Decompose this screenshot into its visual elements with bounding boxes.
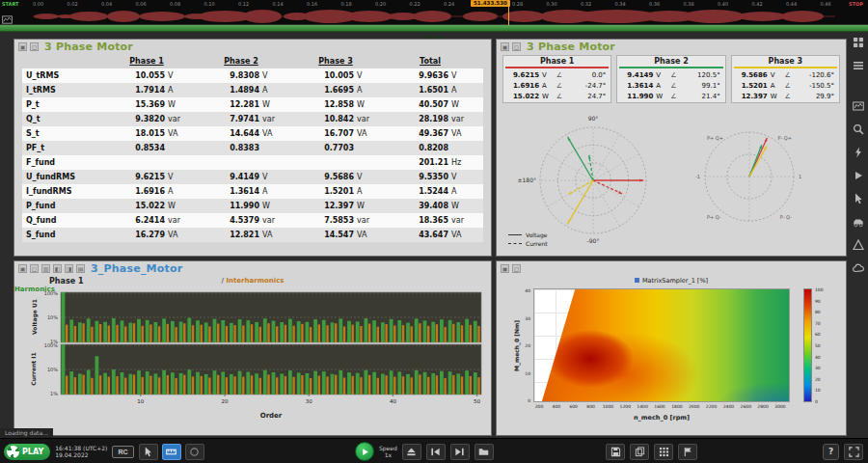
copy-icon[interactable] xyxy=(630,444,649,460)
harmonic-bar xyxy=(87,318,91,342)
panel-cursor-icon[interactable]: ▥ xyxy=(41,264,50,273)
phasor-row: 12.397W∠29.9° xyxy=(732,91,839,101)
table-unit: VA xyxy=(165,231,194,239)
table-value: 7.9741 xyxy=(194,115,259,123)
harmonic-bar xyxy=(154,322,158,342)
harmonic-bar xyxy=(162,318,166,342)
table-value: 1.5244 xyxy=(383,187,448,196)
harmonic-bar xyxy=(230,374,233,395)
harmonic-bar xyxy=(339,370,342,395)
scope-icon[interactable] xyxy=(852,99,865,113)
interharmonic-bar xyxy=(208,378,210,395)
eject-button[interactable] xyxy=(402,444,421,460)
help-button[interactable]: ? xyxy=(823,444,839,460)
panel-pause-icon[interactable]: ◻ xyxy=(30,264,39,273)
flag-icon[interactable] xyxy=(678,444,697,460)
panel-zoom-icon[interactable]: ◧ xyxy=(53,264,62,273)
table-value: 0.8534 xyxy=(99,144,165,152)
table-unit: A xyxy=(165,187,194,196)
interharmonic-bar xyxy=(477,377,479,395)
bolt-icon[interactable] xyxy=(852,146,865,159)
heatmap-plot[interactable] xyxy=(533,288,790,402)
right-sidebar xyxy=(849,32,868,438)
interharmonic-bar xyxy=(259,327,261,342)
app-logo-icon xyxy=(7,446,19,458)
svg-text:P- Q+: P- Q+ xyxy=(778,135,792,141)
harmonic-bar xyxy=(112,318,116,342)
harmonic-bar xyxy=(406,374,410,395)
table-value: 1.6916 xyxy=(99,187,165,196)
panel-detach-icon[interactable]: ◻ xyxy=(30,42,39,51)
grid-icon[interactable] xyxy=(852,36,865,49)
panel-expand-icon[interactable]: ▤ xyxy=(76,264,85,273)
delta-icon[interactable] xyxy=(852,238,865,252)
panel-detach-icon[interactable]: ◻ xyxy=(512,264,521,273)
play-button[interactable] xyxy=(355,442,374,461)
marker-icon[interactable] xyxy=(852,169,865,182)
y-tick: 30 xyxy=(525,315,530,320)
table-unit: W xyxy=(448,100,477,109)
time-tick: 0.12 xyxy=(238,1,249,7)
table-value: 43.647 xyxy=(383,231,448,239)
interharmonic-bar xyxy=(201,325,203,342)
colorbar xyxy=(803,288,812,402)
panel-settings-icon[interactable]: ◨ xyxy=(65,264,73,273)
panel-menu-icon[interactable]: ▣ xyxy=(501,264,509,273)
table-value: 12.397 xyxy=(288,202,354,210)
speed-control[interactable]: Speed 1x xyxy=(379,445,397,458)
apps-icon[interactable] xyxy=(654,444,673,460)
panel-detach-icon[interactable]: ◻ xyxy=(512,42,521,51)
interharmonic-bar xyxy=(192,325,194,342)
harmonic-bar xyxy=(95,321,99,342)
skip-end-button[interactable] xyxy=(450,444,470,460)
harmonic-bar xyxy=(171,321,175,342)
interharmonic-bar xyxy=(167,375,169,395)
list-icon[interactable] xyxy=(852,59,865,72)
panel-menu-icon[interactable]: ▣ xyxy=(18,42,27,51)
interharmonic-bar xyxy=(149,324,151,342)
table-value: 1.6695 xyxy=(288,86,354,95)
harmonic-bar xyxy=(365,318,368,342)
svg-text:-1: -1 xyxy=(695,174,700,179)
phase-name: Phase 1 xyxy=(503,56,610,67)
table-unit: var xyxy=(259,115,288,123)
zoom-icon[interactable] xyxy=(852,123,865,136)
column-header: Phase 1 xyxy=(99,57,194,66)
display-icon[interactable] xyxy=(2,11,13,21)
rc-button[interactable]: RC xyxy=(112,446,133,458)
record-circle-icon[interactable] xyxy=(185,444,204,460)
pointer-tool-icon[interactable] xyxy=(139,444,158,460)
cloud-icon[interactable] xyxy=(852,261,865,275)
x-tick: 1200 xyxy=(620,404,631,409)
harmonic-bar xyxy=(78,322,82,342)
table-unit: V xyxy=(448,173,477,181)
overview-timeline[interactable]: 0.000.020.040.060.080.100.120.140.160.18… xyxy=(0,0,868,25)
table-row: U_fundRMS9.6215V9.4149V9.5686V9.5350V xyxy=(22,170,483,184)
cursor-icon[interactable] xyxy=(852,192,865,205)
save-icon[interactable] xyxy=(606,444,625,460)
timeline-cursor[interactable] xyxy=(508,0,509,25)
car-icon[interactable] xyxy=(852,215,865,229)
open-file-button[interactable] xyxy=(475,444,494,460)
panel-title: 3_Phase_Motor xyxy=(91,262,182,275)
skip-start-button[interactable] xyxy=(426,444,446,460)
harmonic-bar xyxy=(179,373,183,395)
harmonic-bar xyxy=(397,371,401,395)
play-mode-badge[interactable]: PLAY xyxy=(4,444,50,460)
table-row: PF_t0.85340.83830.77030.8208 xyxy=(22,141,483,155)
panel-menu-icon[interactable]: ▣ xyxy=(18,264,27,273)
table-value: 12.821 xyxy=(194,231,259,239)
interharmonic-bar xyxy=(133,374,135,395)
measure-tool-icon[interactable] xyxy=(162,444,181,460)
fullscreen-button[interactable] xyxy=(844,444,863,460)
colorbar-tick: 50 xyxy=(815,343,821,348)
table-value: 18.015 xyxy=(99,129,165,138)
panel-menu-icon[interactable]: ▣ xyxy=(501,42,509,51)
harmonic-bar xyxy=(456,373,460,395)
time-tick: 0.22 xyxy=(410,1,420,7)
colorbar-tick: 80 xyxy=(815,310,821,314)
column-header: Phase 3 xyxy=(288,57,383,66)
harmonic-bar xyxy=(272,321,276,342)
interharmonic-bar xyxy=(226,326,228,342)
order-axis-label: Order xyxy=(61,412,481,420)
